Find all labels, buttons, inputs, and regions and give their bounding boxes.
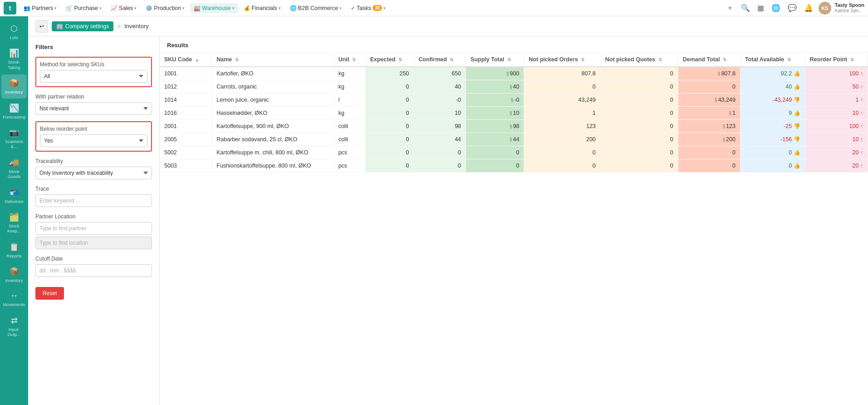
sidebar-item-deliveries[interactable]: 📬 Deliveries (1, 184, 27, 207)
reorder-icon: ↑ (860, 84, 863, 90)
filter-cutoff-label: Cutoff Date (35, 256, 152, 262)
th-unit[interactable]: Unit ⇅ (333, 53, 365, 67)
total-avail-icon: 👎 (794, 97, 800, 103)
sidebar-item-forecasting[interactable]: 📉 Forecasting (1, 99, 27, 123)
cell-sku: 1012 (160, 80, 212, 94)
cell-not-picked-quotes: 0 (600, 120, 678, 133)
sidebar-item-stock-taking[interactable]: 📊 Stock-Taking (1, 44, 27, 74)
cell-reorder-point: 1 ↑ (805, 94, 868, 107)
nav-tasks[interactable]: ✓ Tasks 38 ▾ (347, 3, 389, 13)
th-expected[interactable]: Expected ⇅ (365, 53, 414, 67)
cell-expected: 0 (365, 133, 414, 146)
table-row[interactable]: 5003 Fushionskartoffelsuppe, 800 ml, ØKO… (160, 159, 868, 173)
filter-partner-location-label: Partner Location (35, 213, 152, 220)
cell-name: Kartoffelsuppe, 900 ml, ØKO (212, 120, 333, 133)
nav-production[interactable]: ⚙️ Production ▾ (142, 3, 188, 13)
breadcrumb-current: Inventory (124, 23, 148, 30)
total-avail-icon: 👎 (794, 123, 800, 129)
sidebar-item-inventory2[interactable]: 📦 Inventory (1, 263, 27, 286)
cell-unit: pcs (333, 146, 365, 159)
nav-sales[interactable]: 📈 Sales ▾ (107, 3, 140, 13)
sidebar-label-stock-taking: Stock-Taking (3, 59, 25, 70)
barcode-icon[interactable]: ▦ (755, 2, 766, 14)
company-settings-button[interactable]: 🏢 Company settings (52, 21, 113, 31)
filter-below-group: Below reorder point Yes (35, 121, 152, 152)
filter-method-select[interactable]: All (40, 70, 147, 83)
nav-purchase[interactable]: 🛒 Purchase ▾ (62, 3, 105, 13)
filter-partner-group: With partner relation Not relevant (35, 94, 152, 115)
nav-partners[interactable]: 👥 Partners ▾ (20, 3, 60, 13)
th-confirmed[interactable]: Confirmed ⇅ (414, 53, 466, 67)
th-total-available[interactable]: Total Available ⇅ (740, 53, 805, 67)
sidebar-label-movements: Movements (3, 302, 25, 307)
table-row[interactable]: 1014 Lemon juice, organic l 0 -0 §-0 43,… (160, 94, 868, 107)
th-supply-total[interactable]: Supply Total ⇅ (466, 53, 524, 67)
th-demand-total[interactable]: Demand Total ⇅ (678, 53, 740, 67)
table-row[interactable]: 1012 Carrots, organic kg 0 40 §40 0 0 0 … (160, 80, 868, 94)
cell-confirmed: 650 (414, 67, 466, 80)
not-picked-orders-sort-icon: ⇅ (581, 57, 584, 62)
filter-trace-input[interactable] (35, 194, 152, 207)
reorder-sort-icon: ⇅ (850, 57, 854, 62)
reorder-icon: ↑ (860, 110, 863, 116)
chat-icon[interactable]: 💬 (786, 2, 799, 14)
filter-partner-select[interactable]: Not relevant (35, 102, 152, 115)
add-icon[interactable]: ＋ (725, 1, 736, 15)
sidebar-item-lots[interactable]: ⬡ Lots (1, 20, 27, 44)
demand-icon: § (718, 71, 721, 76)
table-row[interactable]: 2005 Rabarber sodavand, 25 cl, ØKO colli… (160, 133, 868, 146)
results-title: Results (160, 36, 868, 53)
th-name[interactable]: Name ⇅ (212, 53, 333, 67)
filter-partner-input[interactable] (35, 222, 152, 235)
sidebar-item-input-output[interactable]: ⇄ Input-Outp... (1, 312, 27, 341)
demand-icon: § (715, 98, 717, 103)
table-row[interactable]: 2001 Kartoffelsuppe, 900 ml, ØKO colli 0… (160, 120, 868, 133)
cell-sku: 5003 (160, 159, 212, 173)
filters-title: Filters (35, 44, 152, 50)
cell-demand-total: 0 (678, 146, 740, 159)
nav-financials[interactable]: 💰 Financials ▾ (240, 3, 284, 13)
reset-button[interactable]: Reset (35, 287, 64, 300)
sidebar-item-reports[interactable]: 📋 Reports (1, 238, 27, 262)
cell-not-picked-quotes: 0 (600, 67, 678, 80)
financials-chevron: ▾ (279, 6, 281, 10)
breadcrumb-separator: > (117, 23, 121, 30)
sidebar-item-move-goods[interactable]: 🚚 Move Goods (1, 154, 27, 183)
cell-confirmed: 0 (414, 159, 466, 173)
supply-icon: § (511, 98, 514, 103)
reorder-icon: ↑ (860, 163, 863, 169)
filter-traceability-select[interactable]: Only inventory with traceability (35, 167, 152, 179)
search-icon[interactable]: 🔍 (739, 2, 752, 14)
th-reorder-point[interactable]: Reorder Point ⇅ (805, 53, 868, 67)
avatar[interactable]: KS (819, 2, 831, 15)
cell-total-available: 0 👍 (740, 146, 805, 159)
cell-confirmed: 40 (414, 80, 466, 94)
sidebar-label-stock-keep: Stock Keep... (3, 223, 25, 234)
sidebar-item-movements[interactable]: ↔️ Movements (1, 287, 27, 311)
cell-expected: 0 (365, 80, 414, 94)
filter-below-select[interactable]: Yes (40, 134, 147, 147)
nav-warehouse[interactable]: 🏭 Warehouse ▾ (190, 3, 238, 13)
back-button[interactable]: ↩ (35, 20, 48, 33)
bell-icon[interactable]: 🔔 (802, 2, 815, 14)
sidebar-item-scanners[interactable]: 📷 Scanners &... (1, 124, 27, 153)
table-row[interactable]: 1016 Hasselnødder, ØKO kg 0 10 §10 1 0 §… (160, 107, 868, 120)
app-logo[interactable]: t (4, 2, 16, 15)
sidebar-item-inventory[interactable]: 📦 Inventory (1, 74, 27, 98)
globe-icon[interactable]: 🌐 (770, 2, 782, 14)
table-row[interactable]: 5002 Kartoffelsuppe m. chili, 800 ml, ØK… (160, 146, 868, 159)
cell-unit: kg (333, 107, 365, 120)
th-not-picked-orders[interactable]: Not picked Orders ⇅ (524, 53, 600, 67)
user-sub: Katrine Søn... (835, 8, 864, 14)
filter-location-input[interactable] (35, 237, 152, 249)
th-not-picked-quotes[interactable]: Not picked Quotes ⇅ (600, 53, 678, 67)
supply-icon: § (510, 111, 512, 116)
filter-cutoff-input[interactable] (35, 264, 152, 277)
sidebar-label-inventory2: Inventory (5, 278, 23, 283)
sidebar-label-forecasting: Forecasting (3, 114, 25, 119)
table-row[interactable]: 1001 Kartofler, ØKO kg 250 650 §900 807.… (160, 67, 868, 80)
sidebar-item-stock-keep[interactable]: 🗂️ Stock Keep... (1, 208, 27, 237)
cell-demand-total: 0 (678, 80, 740, 94)
nav-b2b[interactable]: 🌐 B2B Commerce ▾ (286, 3, 345, 13)
th-sku[interactable]: SKU Code ▲ (160, 53, 212, 67)
